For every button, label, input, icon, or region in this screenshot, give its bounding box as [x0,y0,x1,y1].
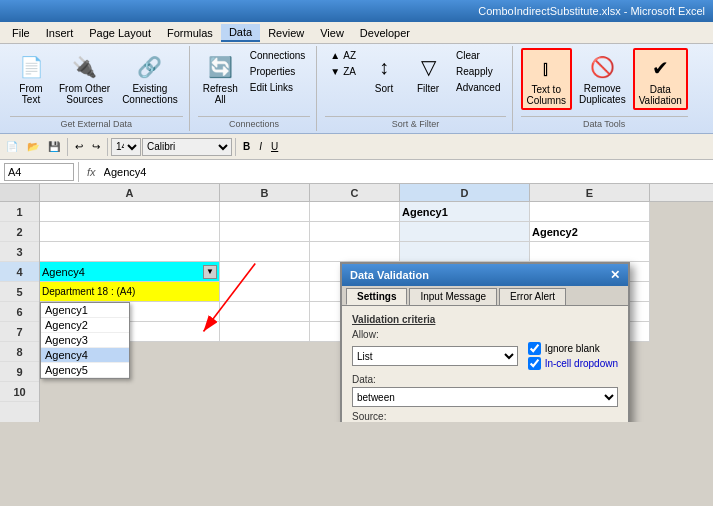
menu-view[interactable]: View [312,25,352,41]
allow-select[interactable]: List Any value Whole number [352,346,518,366]
dialog-title-text: Data Validation [350,269,429,281]
remove-dup-label: RemoveDuplicates [579,83,626,105]
tab-error-alert[interactable]: Error Alert [499,288,566,305]
cell-b6[interactable] [220,302,310,322]
menu-page-layout[interactable]: Page Layout [81,25,159,41]
cell-e3[interactable] [530,242,650,262]
ribbon-group-data-tools: ⫿ Text toColumns 🚫 RemoveDuplicates ✔ Da… [515,46,694,131]
reapply-button[interactable]: Reapply [451,64,505,79]
connections-group-label: Connections [198,116,311,129]
from-text-icon: 📄 [15,51,47,83]
font-select[interactable]: Calibri [142,138,232,156]
refresh-all-button[interactable]: 🔄 RefreshAll [198,48,243,108]
data-validation-button[interactable]: ✔ DataValidation [633,48,688,110]
menu-review[interactable]: Review [260,25,312,41]
remove-duplicates-button[interactable]: 🚫 RemoveDuplicates [574,48,631,108]
menu-formulas[interactable]: Formulas [159,25,221,41]
ignore-blank-checkbox[interactable] [528,342,541,355]
in-cell-dropdown-checkbox[interactable] [528,357,541,370]
tb-italic[interactable]: I [255,137,266,157]
formula-input[interactable] [104,166,709,178]
dropdown-item-2[interactable]: Agency2 [41,318,129,333]
tb-open[interactable]: 📂 [23,137,43,157]
dropdown-item-4[interactable]: Agency4 [41,348,129,363]
dialog-close-button[interactable]: ✕ [610,268,620,282]
from-other-sources-button[interactable]: 🔌 From OtherSources [54,48,115,108]
menu-insert[interactable]: Insert [38,25,82,41]
sort-desc-button[interactable]: ▼ ZA [325,64,361,79]
cell-a4-value: Agency4 [42,266,85,278]
menu-data[interactable]: Data [221,24,260,42]
cell-a1[interactable] [40,202,220,222]
cell-b7[interactable] [220,322,310,342]
sort-label: Sort [375,83,393,94]
source-label: Source: [352,411,618,422]
ribbon-group-external-data: 📄 FromText 🔌 From OtherSources 🔗 Existin… [4,46,190,131]
cell-a5[interactable]: Department 18 : (A4) [40,282,220,302]
cell-c2[interactable] [310,222,400,242]
from-text-button[interactable]: 📄 FromText [10,48,52,108]
col-header-a: A [40,184,220,201]
connections-button[interactable]: Connections [245,48,311,63]
row-headers: 1 2 3 4 5 6 7 8 9 10 [0,202,40,422]
clear-label: Clear [456,50,480,61]
dropdown-item-1[interactable]: Agency1 [41,303,129,318]
formula-divider [78,162,79,182]
row-num-7: 7 [0,322,39,342]
text-to-columns-button[interactable]: ⫿ Text toColumns [521,48,572,110]
edit-links-button[interactable]: Edit Links [245,80,311,95]
cell-dropdown[interactable]: ▼ [203,265,217,279]
cell-c1[interactable] [310,202,400,222]
menu-bar: File Insert Page Layout Formulas Data Re… [0,22,713,44]
data-validation-dialog: Data Validation ✕ Settings Input Message… [340,262,630,422]
menu-file[interactable]: File [4,25,38,41]
corner-cell [0,184,40,201]
cell-b3[interactable] [220,242,310,262]
from-text-label: FromText [19,83,42,105]
data-row: between not between [352,387,618,407]
tb-bold[interactable]: B [239,137,254,157]
existing-connections-button[interactable]: 🔗 ExistingConnections [117,48,183,108]
tb-new[interactable]: 📄 [2,137,22,157]
tb-underline[interactable]: U [267,137,282,157]
tb-undo[interactable]: ↩ [71,137,87,157]
cell-b4[interactable] [220,262,310,282]
advanced-button[interactable]: Advanced [451,80,505,95]
cell-d2[interactable] [400,222,530,242]
cell-a2[interactable] [40,222,220,242]
cell-c3[interactable] [310,242,400,262]
ignore-blank-row: Ignore blank [528,342,618,355]
filter-button[interactable]: ▽ Filter [407,48,449,97]
row-num-4: 4 [0,262,39,282]
cell-d3[interactable] [400,242,530,262]
data-val-icon: ✔ [644,52,676,84]
tab-input-message[interactable]: Input Message [409,288,497,305]
col-headers-row: A B C D E [0,184,713,202]
cell-e2[interactable]: Agency2 [530,222,650,242]
row-num-9: 9 [0,362,39,382]
ribbon-buttons-external: 📄 FromText 🔌 From OtherSources 🔗 Existin… [10,48,183,116]
cell-b2[interactable] [220,222,310,242]
dropdown-item-5[interactable]: Agency5 [41,363,129,378]
cell-a3[interactable] [40,242,220,262]
tb-save[interactable]: 💾 [44,137,64,157]
sort-asc-button[interactable]: ▲ AZ [325,48,361,63]
properties-label: Properties [250,66,296,77]
cell-d1[interactable]: Agency1 [400,202,530,222]
allow-row: List Any value Whole number Ignore blank… [352,342,618,370]
data-select[interactable]: between not between [352,387,618,407]
existing-conn-icon: 🔗 [134,51,166,83]
sort-button[interactable]: ↕ Sort [363,48,405,97]
clear-button[interactable]: Clear [451,48,505,63]
font-size-select[interactable]: 141211 [111,138,141,156]
properties-button[interactable]: Properties [245,64,311,79]
cell-e1[interactable] [530,202,650,222]
menu-developer[interactable]: Developer [352,25,418,41]
name-box[interactable] [4,163,74,181]
tb-redo[interactable]: ↪ [88,137,104,157]
cell-b5[interactable] [220,282,310,302]
dropdown-item-3[interactable]: Agency3 [41,333,129,348]
cell-a4[interactable]: Agency4 ▼ [40,262,220,282]
cell-b1[interactable] [220,202,310,222]
tab-settings[interactable]: Settings [346,288,407,305]
